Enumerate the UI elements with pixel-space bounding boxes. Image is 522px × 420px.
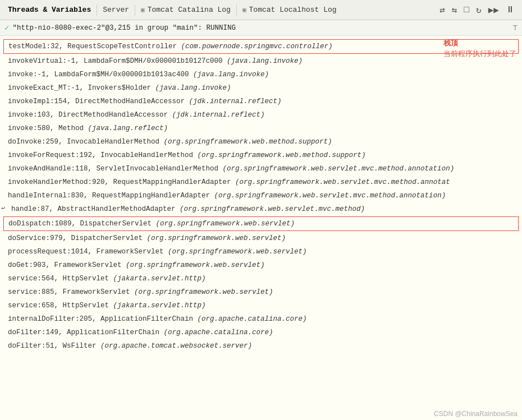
resume-icon[interactable]: ↻ (474, 3, 483, 17)
console-icon-localhost: ▣ (242, 6, 246, 13)
tab-bar-right-icons: ⇄ ⇆ □ ↻ ▶▶ ⏸ (438, 3, 520, 17)
frame-text: handle:87, AbstractHandlerMethodAdapter … (11, 205, 365, 213)
frame-text: invokeAndHandle:118, ServletInvocableHan… (8, 165, 454, 173)
frame-text: doGet:903, FrameworkServlet (org.springf… (8, 261, 265, 269)
frame-item[interactable]: doService:979, DispatcherServlet (org.sp… (0, 232, 522, 245)
frame-item[interactable]: doFilter:51, WsFilter (org.apache.tomcat… (0, 339, 522, 353)
tab-tomcat-catalina[interactable]: ▣ Tomcat Catalina Log (135, 0, 236, 20)
frame-text: invokeHandlerMethod:920, RequestMappingH… (8, 178, 450, 186)
frame-item[interactable]: invokeVirtual:-1, LambdaForm$DMH/0x00000… (0, 54, 522, 68)
tab-tomcat-localhost-label: Tomcat Localhost Log (249, 6, 337, 14)
frame-item[interactable]: doDispatch:1089, DispatcherServlet (org.… (3, 216, 519, 231)
frame-item[interactable]: invokeHandlerMethod:920, RequestMappingH… (0, 176, 522, 189)
frame-text: doService:979, DispatcherServlet (org.sp… (8, 234, 286, 242)
frame-text: invoke:580, Method (java.lang.reflect) (8, 124, 168, 132)
frame-item[interactable]: invoke:103, DirectMethodHandleAccessor (… (0, 108, 522, 122)
watermark: CSDN @ChinaRainbowSea (434, 410, 518, 418)
frame-text: processRequest:1014, FrameworkServlet (o… (8, 248, 307, 256)
frame-item[interactable]: doGet:903, FrameworkServlet (org.springf… (0, 259, 522, 272)
pause-icon[interactable]: ⏸ (504, 3, 516, 16)
frame-text: service:564, HttpServlet (jakarta.servle… (8, 275, 206, 283)
thread-status-text: "http-nio-8080-exec-2"@3,215 in group "m… (12, 24, 236, 32)
frame-item[interactable]: testModel:32, RequestScopeTestController… (3, 39, 519, 54)
frame-text: service:658, HttpServlet (jakarta.servle… (8, 302, 206, 310)
restore-layout-icon[interactable]: ⇄ (438, 3, 447, 17)
frame-item[interactable]: invoke:-1, LambdaForm$MH/0x000001b1013ac… (0, 68, 522, 81)
frame-item[interactable]: ↩ handle:87, AbstractHandlerMethodAdapte… (0, 202, 522, 216)
tab-server[interactable]: Server (97, 0, 135, 20)
tab-server-label: Server (103, 6, 129, 14)
frame-item[interactable]: handleInternal:830, RequestMappingHandle… (0, 189, 522, 202)
thread-status-bar: ✓ "http-nio-8080-exec-2"@3,215 in group … (0, 20, 522, 36)
frame-arrow-icon: ↩ (1, 204, 5, 214)
frame-item[interactable]: doInvoke:259, InvocableHandlerMethod (or… (0, 135, 522, 149)
tab-threads-variables-label: Threads & Variables (8, 6, 91, 14)
frame-text: invoke:103, DirectMethodHandleAccessor (… (8, 111, 265, 119)
frame-item[interactable]: processRequest:1014, FrameworkServlet (o… (0, 245, 522, 259)
console-icon-catalina: ▣ (141, 6, 145, 13)
frame-text: invokeVirtual:-1, LambdaForm$DMH/0x00000… (8, 57, 303, 65)
frame-item[interactable]: doFilter:149, ApplicationFilterChain (or… (0, 326, 522, 339)
frame-item[interactable]: invoke:580, Method (java.lang.reflect) (0, 122, 522, 135)
thread-running-check: ✓ (4, 23, 9, 33)
frame-text: handleInternal:830, RequestMappingHandle… (8, 192, 446, 200)
frame-item[interactable]: invokeImpl:154, DirectMethodHandleAccess… (0, 95, 522, 108)
filter-icon[interactable]: ⊤ (513, 23, 518, 33)
restore-layout2-icon[interactable]: ⇆ (450, 3, 459, 17)
frame-text: doFilter:51, WsFilter (org.apache.tomcat… (8, 342, 252, 350)
frame-item[interactable]: internalDoFilter:205, ApplicationFilterC… (0, 312, 522, 326)
tab-bar: Threads & Variables Server ▣ Tomcat Cata… (0, 0, 522, 20)
frame-text: doInvoke:259, InvocableHandlerMethod (or… (8, 138, 332, 146)
frames-area: 栈顶 当前程序执行到此处了 testModel:32, RequestScope… (0, 36, 522, 420)
frame-item[interactable]: invokeExact_MT:-1, Invokers$Holder (java… (0, 81, 522, 95)
frame-item[interactable]: service:564, HttpServlet (jakarta.servle… (0, 272, 522, 285)
frame-item[interactable]: invokeAndHandle:118, ServletInvocableHan… (0, 162, 522, 176)
step-over-icon[interactable]: ▶▶ (487, 3, 501, 17)
frame-text: invokeForRequest:192, InvocableHandlerMe… (8, 151, 366, 159)
frame-text: internalDoFilter:205, ApplicationFilterC… (8, 315, 307, 323)
frame-item[interactable]: service:885, FrameworkServlet (org.sprin… (0, 285, 522, 299)
frame-text: invokeImpl:154, DirectMethodHandleAccess… (8, 98, 282, 105)
frame-text: doDispatch:1089, DispatcherServlet (org.… (8, 220, 295, 228)
frame-text: doFilter:149, ApplicationFilterChain (or… (8, 329, 273, 336)
tab-tomcat-localhost[interactable]: ▣ Tomcat Localhost Log (237, 0, 342, 20)
frame-text: service:885, FrameworkServlet (org.sprin… (8, 288, 273, 296)
frame-item[interactable]: invokeForRequest:192, InvocableHandlerMe… (0, 149, 522, 162)
tab-threads-variables[interactable]: Threads & Variables (2, 0, 97, 20)
frame-text: invoke:-1, LambdaForm$MH/0x000001b1013ac… (8, 71, 269, 79)
stop-icon[interactable]: □ (462, 4, 471, 16)
tab-tomcat-catalina-label: Tomcat Catalina Log (148, 6, 231, 14)
frame-text: testModel:32, RequestScopeTestController… (8, 43, 333, 50)
frame-item[interactable]: service:658, HttpServlet (jakarta.servle… (0, 299, 522, 312)
frame-text: invokeExact_MT:-1, Invokers$Holder (java… (8, 84, 231, 92)
